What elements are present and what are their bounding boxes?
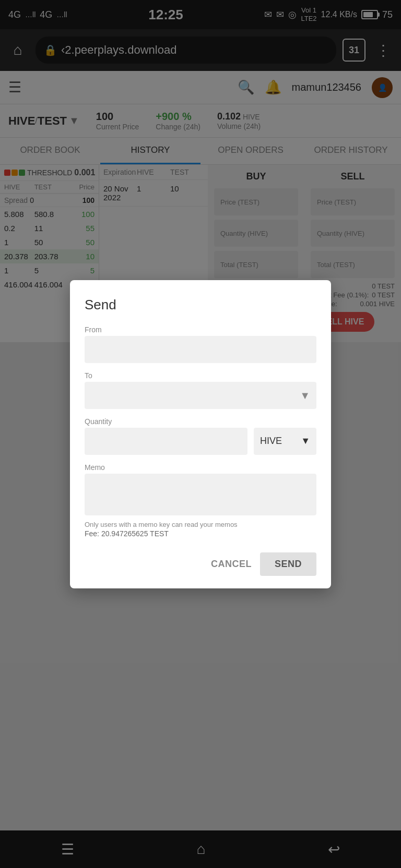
modal-fee-info: Fee: 20.947265625 TEST (85, 529, 316, 538)
qty-input[interactable] (85, 428, 247, 455)
to-dropdown-icon[interactable]: ▼ (300, 389, 310, 401)
currency-select[interactable]: HIVE ▼ (254, 428, 316, 455)
modal-title: Send (85, 297, 316, 313)
to-input[interactable] (85, 382, 316, 409)
modal-overlay: Send From To ▼ Quantity HIVE ▼ Memo (0, 0, 401, 707)
send-modal: Send From To ▼ Quantity HIVE ▼ Memo (70, 280, 331, 588)
from-label: From (85, 326, 316, 334)
memo-input[interactable] (85, 474, 316, 515)
from-input[interactable] (85, 336, 316, 363)
to-group: To ▼ (85, 371, 316, 409)
qty-group: Quantity HIVE ▼ (85, 417, 316, 455)
currency-label: HIVE (260, 436, 282, 447)
memo-group: Memo Only users with a memo key can read… (85, 463, 316, 538)
modal-actions: CANCEL SEND (85, 552, 316, 576)
currency-dropdown-icon: ▼ (301, 436, 310, 447)
memo-label: Memo (85, 463, 316, 472)
to-label: To (85, 371, 316, 380)
send-button[interactable]: SEND (260, 552, 316, 576)
qty-label: Quantity (85, 417, 316, 426)
cancel-button[interactable]: CANCEL (211, 559, 252, 570)
from-group: From (85, 326, 316, 363)
memo-hint: Only users with a memo key can read your… (85, 521, 316, 528)
qty-select-row: HIVE ▼ (85, 428, 316, 455)
